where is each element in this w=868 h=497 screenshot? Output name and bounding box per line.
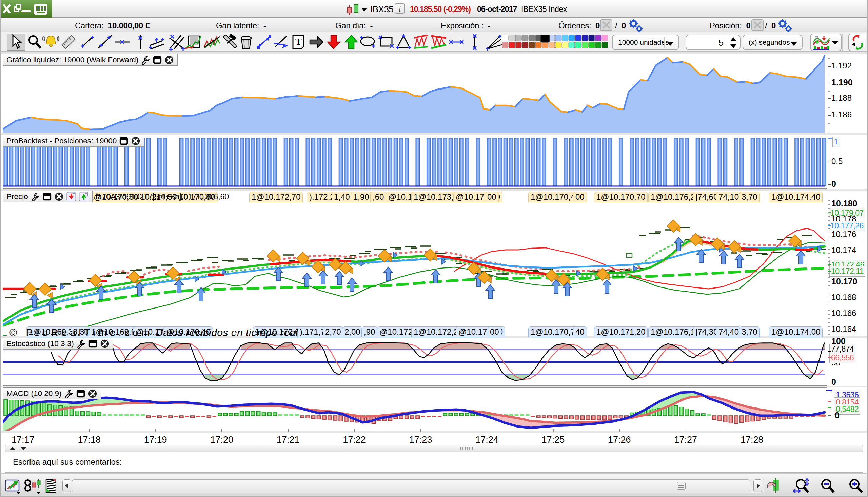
svg-text:T: T	[295, 36, 302, 47]
